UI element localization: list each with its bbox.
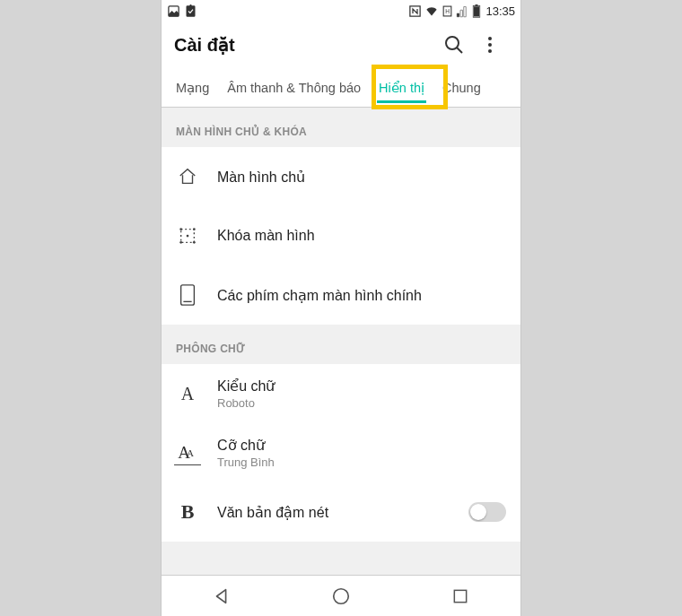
row-font-size[interactable]: AA Cỡ chữ Trung Bình bbox=[162, 423, 520, 482]
back-triangle-icon bbox=[212, 586, 232, 606]
status-bar: H 13:35 bbox=[162, 0, 520, 22]
nav-back-button[interactable] bbox=[195, 586, 249, 606]
row-subtitle: Trung Bình bbox=[217, 455, 506, 469]
svg-point-10 bbox=[488, 43, 492, 47]
row-title: Các phím chạm màn hình chính bbox=[217, 287, 506, 304]
svg-line-8 bbox=[457, 48, 462, 53]
search-icon bbox=[443, 34, 465, 56]
phone-frame: H 13:35 Cài đặt Mạng Âm thanh & Thông bá… bbox=[161, 0, 521, 616]
image-icon bbox=[167, 4, 180, 18]
nav-home-button[interactable] bbox=[314, 586, 368, 606]
signal-icon bbox=[456, 4, 469, 18]
row-touch-keys[interactable]: Các phím chạm màn hình chính bbox=[162, 265, 520, 325]
svg-point-20 bbox=[334, 588, 349, 603]
svg-point-16 bbox=[193, 241, 196, 244]
svg-point-14 bbox=[193, 228, 196, 230]
row-title: Khóa màn hình bbox=[217, 228, 506, 244]
section-header-font: PHÔNG CHỮ bbox=[162, 325, 520, 364]
more-button[interactable] bbox=[472, 27, 508, 63]
phone-outline-icon bbox=[176, 284, 199, 306]
svg-point-13 bbox=[179, 228, 182, 230]
tab-general[interactable]: Chung bbox=[433, 68, 490, 107]
row-subtitle: Roboto bbox=[217, 396, 506, 410]
font-b-icon: B bbox=[176, 500, 199, 524]
tab-bar: Mạng Âm thanh & Thông báo Hiển thị Chung bbox=[162, 68, 520, 108]
nav-recent-button[interactable] bbox=[433, 587, 487, 605]
row-font-style[interactable]: A Kiểu chữ Roboto bbox=[162, 364, 520, 423]
data-icon: H bbox=[442, 4, 453, 18]
bold-text-toggle[interactable] bbox=[468, 502, 506, 522]
svg-rect-6 bbox=[474, 6, 479, 16]
navigation-bar bbox=[162, 575, 520, 616]
font-aa-icon: AA bbox=[176, 443, 199, 463]
svg-point-7 bbox=[446, 37, 459, 49]
svg-point-11 bbox=[488, 49, 492, 53]
recent-square-icon bbox=[451, 587, 469, 605]
clipboard-check-icon bbox=[184, 4, 197, 18]
row-bold-text[interactable]: B Văn bản đậm nét bbox=[162, 482, 520, 542]
row-home-screen[interactable]: Màn hình chủ bbox=[162, 147, 520, 206]
svg-point-17 bbox=[187, 235, 189, 238]
row-title: Cỡ chữ bbox=[217, 437, 506, 454]
battery-icon bbox=[472, 4, 481, 18]
tab-network[interactable]: Mạng bbox=[167, 68, 218, 107]
svg-point-9 bbox=[488, 37, 492, 40]
home-icon bbox=[176, 167, 199, 187]
page-title: Cài đặt bbox=[174, 34, 436, 56]
wifi-icon bbox=[424, 4, 439, 18]
section-header-home-lock: MÀN HÌNH CHỦ & KHÓA bbox=[162, 108, 520, 147]
nfc-icon bbox=[408, 4, 422, 18]
svg-text:H: H bbox=[446, 7, 450, 13]
svg-point-15 bbox=[179, 241, 182, 244]
tab-display[interactable]: Hiển thị bbox=[370, 68, 433, 107]
font-a-icon: A bbox=[176, 384, 199, 404]
settings-list[interactable]: MÀN HÌNH CHỦ & KHÓA Màn hình chủ Khóa mà… bbox=[162, 108, 520, 575]
tab-sound[interactable]: Âm thanh & Thông báo bbox=[218, 68, 370, 107]
row-lock-screen[interactable]: Khóa màn hình bbox=[162, 206, 520, 265]
svg-rect-21 bbox=[455, 590, 467, 602]
row-title: Màn hình chủ bbox=[217, 169, 506, 186]
svg-rect-5 bbox=[476, 4, 478, 6]
title-bar: Cài đặt bbox=[162, 22, 520, 68]
search-button[interactable] bbox=[436, 27, 472, 63]
lock-frame-icon bbox=[176, 226, 199, 246]
row-title: Kiểu chữ bbox=[217, 377, 506, 395]
row-title: Văn bản đậm nét bbox=[217, 504, 450, 521]
clock-text: 13:35 bbox=[485, 4, 515, 18]
home-circle-icon bbox=[331, 586, 351, 606]
more-vert-icon bbox=[479, 34, 501, 56]
